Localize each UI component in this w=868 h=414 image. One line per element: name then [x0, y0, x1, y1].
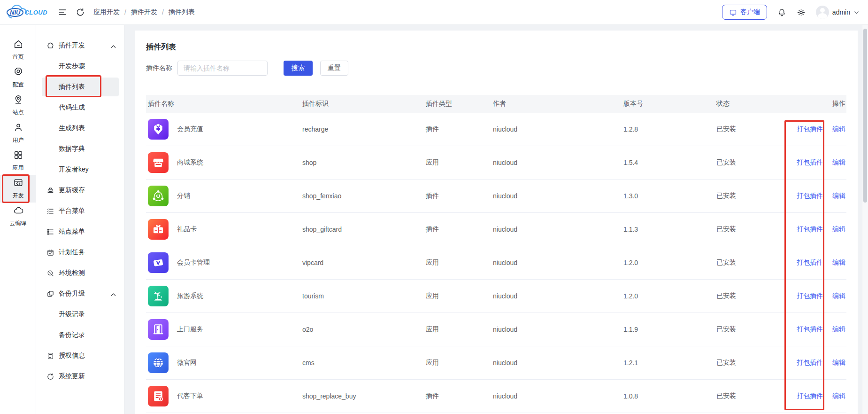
- license-icon: [46, 352, 59, 360]
- app-icon: [13, 150, 23, 162]
- plugin-version: 1.5.4: [622, 146, 714, 180]
- sidebar-item-label: 更新缓存: [59, 186, 85, 195]
- plugin-status: 已安装: [714, 180, 785, 213]
- package-plugin-link[interactable]: 打包插件: [797, 192, 823, 199]
- package-plugin-link[interactable]: 打包插件: [797, 292, 823, 299]
- sidebar-item-生成列表[interactable]: 生成列表: [42, 119, 119, 138]
- sidebar-item-label: 系统更新: [59, 372, 85, 381]
- package-plugin-link[interactable]: 打包插件: [797, 359, 823, 366]
- reset-button[interactable]: 重置: [320, 61, 348, 76]
- plugin-identifier: shop_fenxiao: [300, 180, 424, 213]
- plugin-name: 旅游系统: [177, 292, 203, 300]
- table-row: 上门服务 o2o 应用 niucloud 1.1.9 已安装 打包插件 编辑: [146, 313, 846, 346]
- user-menu[interactable]: admin: [816, 6, 860, 19]
- sidebar-item-代码生成[interactable]: 代码生成: [42, 98, 119, 117]
- breadcrumb-item[interactable]: 插件开发: [131, 8, 157, 16]
- notification-bell-icon[interactable]: [777, 8, 786, 17]
- logo-cloud-text: CLOUD: [24, 9, 47, 16]
- rail-item-label: 首页: [13, 53, 24, 61]
- sidebar-item-label: 升级记录: [59, 310, 85, 319]
- fenxiao-icon: [148, 186, 169, 206]
- table-row: 旅游系统 tourism 应用 niucloud 1.2.0 已安装 打包插件 …: [146, 280, 846, 313]
- sidebar-item-计划任务[interactable]: 计划任务: [42, 243, 119, 262]
- breadcrumb-item[interactable]: 插件列表: [169, 8, 195, 16]
- column-header-版本号: 版本号: [622, 95, 714, 113]
- rail-item-label: 开发: [13, 192, 24, 200]
- recharge-icon: [148, 119, 169, 140]
- plugin-name: 会员充值: [177, 125, 203, 133]
- collapse-sidebar-icon[interactable]: [58, 8, 67, 17]
- chevron-down-icon: [853, 9, 860, 16]
- sidebar-item-升级记录[interactable]: 升级记录: [42, 305, 119, 324]
- sidebar-item-系统更新[interactable]: 系统更新: [42, 367, 119, 386]
- package-plugin-link[interactable]: 打包插件: [797, 258, 823, 266]
- sidebar-item-平台菜单[interactable]: 平台菜单: [42, 202, 119, 220]
- rail-item-应用[interactable]: 应用: [0, 147, 36, 175]
- breadcrumb-item[interactable]: 应用开发: [93, 8, 120, 16]
- schedule-icon: [46, 249, 59, 257]
- rail-item-开发[interactable]: 开发: [0, 175, 36, 203]
- scrollbar-thumb[interactable]: [863, 29, 867, 203]
- sidebar-item-label: 开发步骤: [59, 62, 85, 70]
- plugin-name-input[interactable]: [177, 61, 268, 76]
- edit-link[interactable]: 编辑: [832, 192, 845, 199]
- search-field-label: 插件名称: [146, 64, 172, 72]
- rail-item-首页[interactable]: 首页: [0, 36, 36, 64]
- edit-link[interactable]: 编辑: [832, 125, 845, 133]
- table-row: 商城系统 shop 应用 niucloud 1.5.4 已安装 打包插件 编辑: [146, 146, 846, 180]
- sidebar-item-开发步骤[interactable]: 开发步骤: [42, 57, 119, 76]
- plugin-status: 已安装: [714, 246, 785, 280]
- client-button[interactable]: 客户端: [722, 5, 767, 20]
- plugin-type: 插件: [424, 180, 491, 213]
- sidebar-item-备份升级[interactable]: 备份升级: [42, 284, 119, 303]
- sidebar-item-数据字典[interactable]: 数据字典: [42, 140, 119, 158]
- edit-link[interactable]: 编辑: [832, 292, 845, 299]
- package-plugin-link[interactable]: 打包插件: [797, 392, 823, 399]
- edit-link[interactable]: 编辑: [832, 225, 845, 233]
- package-plugin-link[interactable]: 打包插件: [797, 225, 823, 233]
- sidebar-item-插件列表[interactable]: 插件列表: [42, 78, 119, 96]
- table-row: 会员卡管理 vipcard 应用 niucloud 1.2.0 已安装 打包插件…: [146, 246, 846, 280]
- rail-item-配置[interactable]: 配置: [0, 64, 36, 92]
- plugin-name: 礼品卡: [177, 225, 197, 234]
- config-icon: [13, 67, 23, 78]
- plugin-status: 已安装: [714, 213, 785, 246]
- plugin-type: 插件: [424, 113, 491, 146]
- plugin-type: 插件: [424, 380, 491, 413]
- sidebar-item-插件开发[interactable]: 插件开发: [42, 36, 119, 55]
- package-plugin-link[interactable]: 打包插件: [797, 125, 823, 133]
- sidebar-item-备份记录[interactable]: 备份记录: [42, 326, 119, 344]
- sidebar-item-授权信息[interactable]: 授权信息: [42, 346, 119, 365]
- edit-link[interactable]: 编辑: [832, 258, 845, 266]
- chevron-up-icon: [109, 291, 115, 297]
- column-header-操作: 操作: [785, 95, 846, 113]
- plugin-identifier: tourism: [300, 280, 424, 313]
- sidebar-item-站点菜单[interactable]: 站点菜单: [42, 222, 119, 241]
- user-icon: [13, 122, 23, 134]
- refresh-icon[interactable]: [76, 8, 85, 17]
- plugin-name: 会员卡管理: [177, 258, 210, 267]
- plugin-author: niucloud: [491, 113, 622, 146]
- rail-item-云编译[interactable]: 云编译: [0, 203, 36, 230]
- sidebar-item-更新缓存[interactable]: 更新缓存: [42, 181, 119, 200]
- plugin-author: niucloud: [491, 380, 622, 413]
- plugin-status: 已安装: [714, 280, 785, 313]
- niucloud-logo[interactable]: NIU CLOUD: [7, 8, 47, 17]
- sidebar-item-label: 生成列表: [59, 124, 85, 133]
- plugin-name: 微官网: [177, 359, 197, 367]
- package-plugin-link[interactable]: 打包插件: [797, 158, 823, 166]
- rail-item-站点[interactable]: 站点: [0, 92, 36, 119]
- rail-item-用户[interactable]: 用户: [0, 119, 36, 147]
- plugin-type: 应用: [424, 146, 491, 180]
- edit-link[interactable]: 编辑: [832, 359, 845, 366]
- package-plugin-link[interactable]: 打包插件: [797, 325, 823, 333]
- shop-icon: [148, 152, 169, 173]
- edit-link[interactable]: 编辑: [832, 325, 845, 333]
- edit-link[interactable]: 编辑: [832, 392, 845, 399]
- settings-gear-icon[interactable]: [797, 8, 806, 17]
- sidebar-item-环境检测[interactable]: 环境检测: [42, 264, 119, 282]
- edit-link[interactable]: 编辑: [832, 158, 845, 166]
- search-button[interactable]: 搜索: [284, 61, 313, 76]
- sidebar-item-开发者key[interactable]: 开发者key: [42, 160, 119, 179]
- plugin-list-card: 插件列表 插件名称 搜索 重置 插件名称插件标识插件类型作者版本号状态操作 会员…: [135, 31, 858, 414]
